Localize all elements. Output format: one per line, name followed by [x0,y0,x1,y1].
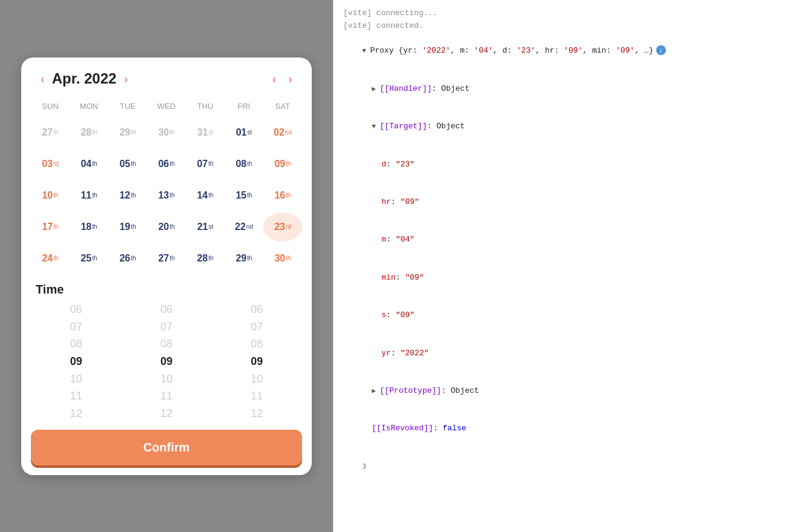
calendar-day[interactable]: 19th [108,212,147,241]
calendar-day[interactable]: 03rd [31,149,70,179]
day-header-tue: TUE [108,99,147,113]
chevron-right-icon: ▶ [372,387,380,395]
console-m-line: m: "04" [343,222,786,259]
console-prototype-line: ▶ [[Prototype]]: Object [343,372,786,410]
prev-month-button[interactable]: ‹ [36,70,50,88]
calendar-day[interactable]: 08th [225,149,263,179]
info-icon[interactable]: i [656,45,666,55]
day-headers: SUN MON TUE WED THU FRI SAT [31,99,302,113]
month-header: ‹ Apr. 2022 › ‹ › [31,70,302,88]
calendar-day[interactable]: 21st [186,212,225,241]
console-isrevoked-line: [[IsRevoked]]: false [343,410,786,448]
time-item[interactable]: 11 [52,387,100,405]
calendar-day[interactable]: 04th [70,149,108,179]
time-item[interactable]: 06 [232,301,281,319]
time-item[interactable]: 11 [142,387,191,405]
calendar-day[interactable]: 02nd [263,118,302,147]
calendar-day[interactable]: 18th [70,212,108,241]
time-item[interactable]: 12 [232,405,281,422]
time-item[interactable]: 08 [232,336,281,353]
console-line-2: [vite] connected. [343,20,786,33]
time-item[interactable]: 06 [142,301,191,319]
year-nav: ‹ › [268,70,297,88]
calendar-day[interactable]: 16th [263,181,302,210]
console-panel: [vite] connecting... [vite] connected. ▼… [333,0,796,532]
time-item[interactable]: 08 [142,336,191,353]
time-column-hour[interactable]: 06 07 08 09 10 11 12 [52,301,100,422]
prev-year-button[interactable]: ‹ [268,70,281,88]
time-item[interactable]: 10 [52,370,100,388]
day-header-wed: WED [147,99,186,113]
calendar-day[interactable]: 01st [225,118,263,147]
console-handler-line: ▶ [[Handler]]: Object [343,70,786,108]
chevron-down-icon: ▼ [362,47,370,54]
confirm-button[interactable]: Confirm [31,430,302,465]
calendar-day[interactable]: 14th [186,181,225,210]
time-item[interactable]: 10 [142,370,191,388]
calendar-card: ‹ Apr. 2022 › ‹ › SUN MON TUE WED THU FR… [21,57,312,475]
time-column-second[interactable]: 06 07 08 09 10 11 12 [232,301,281,422]
console-line-1: [vite] connecting... [343,7,786,20]
left-panel: ‹ Apr. 2022 › ‹ › SUN MON TUE WED THU FR… [0,0,333,532]
console-target-line: ▼ [[Target]]: Object [343,108,786,145]
calendar-day[interactable]: 24th [31,244,70,273]
console-d-line: d: "23" [343,146,786,183]
calendar-day[interactable]: 20th [147,212,186,241]
time-item-active[interactable]: 09 [232,353,281,370]
calendar-day[interactable]: 05th [108,149,147,179]
calendar-day[interactable]: 06th [147,149,186,179]
next-month-button[interactable]: › [119,70,133,88]
time-item[interactable]: 06 [52,301,100,319]
day-header-mon: MON [70,99,108,113]
calendar-day[interactable]: 30th [263,244,302,273]
calendar-day[interactable]: 10th [31,181,70,210]
calendar-day[interactable]: 31st [186,118,225,147]
day-header-sat: SAT [263,99,302,113]
time-label: Time [36,283,302,297]
calendar-day[interactable]: 17th [31,212,70,241]
calendar-day[interactable]: 25th [70,244,108,273]
time-item[interactable]: 07 [232,318,281,336]
time-item[interactable]: 12 [52,405,100,422]
time-item[interactable]: 07 [142,318,191,336]
calendar-day[interactable]: 13th [147,181,186,210]
time-pickers: 06 07 08 09 10 11 12 06 07 08 09 10 11 1… [31,301,302,422]
time-item[interactable]: 11 [232,387,281,405]
time-item-active[interactable]: 09 [142,353,191,370]
chevron-right-icon: ▶ [372,85,380,93]
calendar-day[interactable]: 27th [31,118,70,147]
calendar-day[interactable]: 09th [263,149,302,179]
time-item[interactable]: 07 [52,318,100,336]
time-item[interactable]: 12 [142,405,191,422]
calendar-day[interactable]: 28th [70,118,108,147]
calendar-day[interactable]: 28th [186,244,225,273]
month-title: Apr. 2022 [52,70,117,87]
day-header-fri: FRI [225,99,263,113]
chevron-down-icon: ▼ [372,123,380,130]
console-min-line: min: "09" [343,259,786,297]
console-caret-line: ❯ [343,448,786,485]
calendar-day[interactable]: 07th [186,149,225,179]
time-item-active[interactable]: 09 [52,353,100,370]
calendar-day[interactable]: 11th [70,181,108,210]
calendar-day[interactable]: 22nd [225,212,263,241]
console-s-line: s: "09" [343,297,786,334]
next-year-button[interactable]: › [283,70,297,88]
console-yr-line: yr: "2022" [343,335,786,372]
calendar-day-selected[interactable]: 23rd [263,212,302,241]
calendar-day[interactable]: 26th [108,244,147,273]
month-year-nav: ‹ Apr. 2022 › [36,70,133,88]
calendar-day[interactable]: 29th [108,118,147,147]
console-proxy-line: ▼ Proxy {yr: '2022', m: '04', d: '23', h… [343,33,786,70]
time-column-minute[interactable]: 06 07 08 09 10 11 12 [142,301,191,422]
console-hr-line: hr: "09" [343,183,786,221]
calendar-day[interactable]: 12th [108,181,147,210]
time-item[interactable]: 10 [232,370,281,388]
calendar-day[interactable]: 27th [147,244,186,273]
day-header-thu: THU [186,99,225,113]
time-item[interactable]: 08 [52,336,100,353]
calendar-day[interactable]: 15th [225,181,263,210]
day-header-sun: SUN [31,99,70,113]
calendar-day[interactable]: 30th [147,118,186,147]
calendar-day[interactable]: 29th [225,244,263,273]
